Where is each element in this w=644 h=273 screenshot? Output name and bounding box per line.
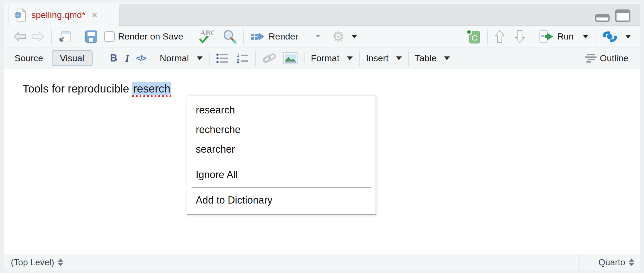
insert-chunk-icon: C xyxy=(466,29,481,44)
go-previous-section-button[interactable] xyxy=(492,28,507,45)
svg-text:C: C xyxy=(472,33,477,42)
outline-label: Outline xyxy=(600,53,628,63)
save-button[interactable] xyxy=(82,28,100,45)
bullet-list-icon xyxy=(216,52,229,64)
maximize-pane-icon[interactable] xyxy=(615,9,630,22)
menu-separator xyxy=(192,162,371,162)
suggestion-item[interactable]: searcher xyxy=(187,139,376,159)
outline-toggle-button[interactable]: Outline xyxy=(583,51,630,65)
format-caret-icon xyxy=(347,56,353,60)
table-caret-icon xyxy=(444,56,450,60)
ignore-all-item[interactable]: Ignore All xyxy=(187,165,376,184)
tab-close-icon[interactable]: × xyxy=(92,10,97,20)
render-button[interactable]: Render xyxy=(248,28,301,45)
minimize-pane-icon[interactable] xyxy=(595,14,610,22)
scope-label: (Top Level) xyxy=(11,257,54,267)
format-menu[interactable]: Format xyxy=(309,51,355,65)
menu-separator xyxy=(192,187,371,188)
misspelled-word-selected[interactable]: reserch xyxy=(132,82,171,97)
document-text: Tools for reproducible xyxy=(23,82,132,95)
tab-strip: spelling.qmd* × xyxy=(4,2,640,26)
numbered-list-button[interactable]: 1 2 xyxy=(233,51,251,66)
rerun-options-caret-icon[interactable] xyxy=(625,35,631,38)
code-button[interactable]: </> xyxy=(133,54,149,63)
forward-button[interactable] xyxy=(29,29,47,44)
spellcheck-context-menu: research recherche searcher Ignore All A… xyxy=(187,95,376,215)
svg-text:1: 1 xyxy=(237,52,240,58)
render-on-save-checkbox[interactable]: Render on Save xyxy=(102,30,185,43)
settings-caret-icon xyxy=(351,35,357,38)
search-icon xyxy=(222,29,237,44)
checkbox-box[interactable] xyxy=(104,31,115,42)
document-mode-selector[interactable]: Quarto xyxy=(580,254,640,271)
tab-spelling-qmd[interactable]: spelling.qmd* × xyxy=(8,4,120,26)
rerun-icon xyxy=(602,30,618,43)
numbered-list-icon: 1 2 xyxy=(236,52,249,64)
tab-strip-background xyxy=(120,4,640,26)
insert-menu[interactable]: Insert xyxy=(364,51,404,65)
render-options-caret-icon[interactable] xyxy=(316,35,320,38)
visual-mode-button[interactable]: Visual xyxy=(52,50,93,66)
run-button[interactable]: Run xyxy=(537,28,591,45)
svg-text:2: 2 xyxy=(237,58,240,64)
spellcheck-button[interactable]: ABC xyxy=(197,27,220,46)
table-menu[interactable]: Table xyxy=(413,51,452,65)
scope-selector[interactable]: (Top Level) xyxy=(4,257,580,267)
go-next-section-button[interactable] xyxy=(512,28,528,45)
format-menu-label: Format xyxy=(311,53,340,63)
scope-updown-icon xyxy=(58,258,63,266)
run-chunk-icon xyxy=(539,29,554,44)
insert-link-button[interactable] xyxy=(260,50,279,67)
table-menu-label: Table xyxy=(415,53,437,63)
insert-menu-label: Insert xyxy=(366,53,389,63)
insert-chunk-button[interactable]: C xyxy=(464,27,483,46)
image-icon xyxy=(283,52,298,64)
run-options-caret-icon[interactable] xyxy=(583,35,589,38)
render-label: Render xyxy=(269,31,298,42)
find-replace-button[interactable] xyxy=(220,28,239,46)
gear-icon: ⚙ xyxy=(332,30,345,43)
paragraph-style-select[interactable]: Normal xyxy=(158,51,205,65)
italic-button[interactable]: I xyxy=(121,52,133,64)
style-caret-icon xyxy=(197,56,203,60)
source-mode-button[interactable]: Source xyxy=(15,53,43,63)
spellcheck-abc-icon: ABC xyxy=(199,29,218,44)
render-on-save-label: Render on Save xyxy=(118,31,183,42)
back-button[interactable] xyxy=(11,29,29,44)
document-text-line: Tools for reproducible reserch xyxy=(23,82,171,95)
link-icon xyxy=(262,52,277,65)
insert-image-button[interactable] xyxy=(281,51,300,66)
bullet-list-button[interactable] xyxy=(214,51,231,66)
main-toolbar: Render on Save ABC xyxy=(4,26,640,47)
render-settings-button[interactable]: ⚙ xyxy=(330,28,359,45)
suggestion-item[interactable]: recherche xyxy=(187,120,376,139)
rerun-button[interactable] xyxy=(600,28,633,45)
mode-updown-icon xyxy=(629,258,634,266)
editor-status-bar: (Top Level) Quarto xyxy=(4,254,640,271)
mode-label: Quarto xyxy=(598,257,625,267)
suggestion-item[interactable]: research xyxy=(187,100,376,120)
tab-filename: spelling.qmd* xyxy=(31,10,85,20)
format-toolbar: Source Visual B I </> Normal 1 2 xyxy=(4,47,640,69)
paragraph-style-value: Normal xyxy=(160,53,189,63)
popout-window-button[interactable] xyxy=(56,29,73,45)
quarto-file-icon xyxy=(14,8,27,22)
insert-caret-icon xyxy=(396,56,402,60)
bold-button[interactable]: B xyxy=(106,52,121,64)
render-icon xyxy=(250,30,266,43)
add-to-dictionary-item[interactable]: Add to Dictionary xyxy=(187,190,376,210)
outline-icon xyxy=(585,54,597,63)
run-label: Run xyxy=(557,31,574,42)
